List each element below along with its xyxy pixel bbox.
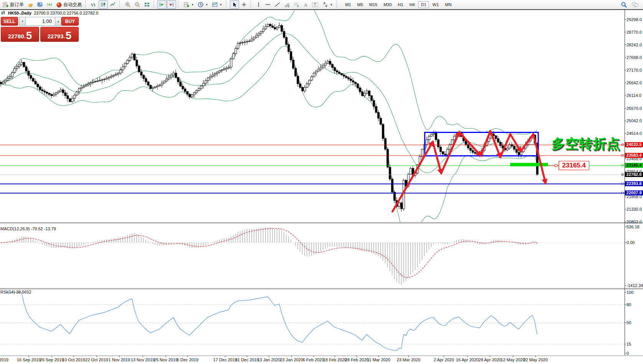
buy-price-pip: 5: [66, 30, 72, 41]
tile-windows-icon: [144, 2, 150, 8]
profile-button[interactable]: [35, 0, 45, 9]
crosshair-icon: [241, 2, 247, 8]
gold-button[interactable]: [26, 0, 35, 9]
zoom-out-button[interactable]: [133, 0, 142, 9]
auto-scroll-icon: [159, 2, 165, 8]
candlestick-chart-icon: [100, 2, 106, 8]
zoom-in-button[interactable]: [123, 0, 132, 9]
volume-input[interactable]: [26, 17, 55, 26]
svg-text:F: F: [297, 5, 299, 8]
chevron-down-icon: ▼: [191, 3, 194, 7]
text-button[interactable]: A: [302, 0, 310, 9]
turning-point-annotation: 多空转折点: [551, 135, 620, 153]
buy-button[interactable]: BUY: [61, 17, 79, 26]
gold-icon: [27, 2, 33, 8]
templates-button[interactable]: ▼: [210, 0, 224, 9]
timeframe-m5[interactable]: M5: [354, 1, 366, 8]
timeframe-mn[interactable]: MN: [442, 1, 454, 8]
periods-icon: [198, 2, 204, 8]
text-icon: A: [303, 2, 308, 8]
chat-icon[interactable]: [631, 2, 639, 8]
search-icon[interactable]: [621, 2, 627, 8]
periods-button[interactable]: ▼: [196, 0, 210, 9]
sell-price-box[interactable]: 22780. 5: [1, 27, 39, 42]
alerts-button[interactable]: [45, 0, 54, 9]
trading-terminal-window: 新订单 自动交易: [0, 0, 643, 364]
symbol-chart-icon: [1, 11, 6, 15]
buy-price-box[interactable]: 22793. 5: [40, 27, 79, 42]
toolbar-separator: [336, 1, 338, 8]
sell-price: 22780.: [8, 32, 26, 41]
autotrading-label: 自动交易: [63, 2, 82, 8]
one-click-trading-panel: SELL ▼ ▲ BUY 22780. 5 22793. 5: [1, 17, 79, 42]
tile-windows-button[interactable]: [142, 0, 152, 9]
chevron-down-icon: ▼: [219, 3, 223, 7]
macd-indicator-label: MACD(12,26,9) -79.52 -13.79: [0, 226, 56, 231]
indicators-icon: [183, 2, 190, 8]
vertical-line-icon: [256, 2, 261, 8]
zoom-in-icon: [125, 2, 131, 8]
fibonacci-button[interactable]: F: [292, 0, 301, 9]
indicators-button[interactable]: ▼: [182, 0, 196, 9]
timeframe-w1[interactable]: W1: [430, 1, 442, 8]
autotrading-icon: [56, 2, 62, 8]
symbol-period-label: HK50-,Daily: [8, 11, 31, 15]
toolbar-separator: [251, 1, 252, 8]
chart-title-bar: HK50-,Daily 23700.0 23700.0 22756.0 2278…: [1, 11, 98, 15]
signal-icon: [46, 2, 53, 8]
text-label-icon: T: [312, 2, 319, 8]
chevron-down-icon: ▼: [330, 3, 333, 7]
auto-scroll-button[interactable]: [157, 0, 167, 9]
trendline-button[interactable]: [273, 0, 282, 9]
toolbar-separator: [119, 1, 121, 8]
profile-icon: [37, 2, 43, 8]
channel-button[interactable]: E: [282, 0, 292, 9]
text-label-button[interactable]: T: [310, 0, 320, 9]
svg-text:E: E: [288, 5, 290, 8]
svg-text:A: A: [304, 2, 308, 8]
timeframe-h1[interactable]: H1: [395, 1, 406, 8]
new-order-label: 新订单: [10, 2, 24, 8]
timeframe-d1[interactable]: D1: [418, 1, 429, 8]
toolbar-separator: [226, 1, 228, 8]
toolbar-separator: [153, 1, 155, 8]
horizontal-line-button[interactable]: [263, 0, 272, 9]
horizontal-line-icon: [265, 2, 271, 8]
chart-shift-icon: [168, 2, 175, 8]
ohlc-values: 23700.0 23700.0 22756.0 22782.0: [34, 11, 98, 15]
templates-icon: [212, 2, 218, 8]
support-level-label[interactable]: 23165.4: [559, 161, 589, 170]
buy-price: 22793.: [48, 32, 65, 41]
vertical-line-button[interactable]: [254, 0, 263, 9]
line-chart-button[interactable]: [108, 0, 117, 9]
candlestick-chart-button[interactable]: [99, 0, 108, 9]
main-toolbar: 新订单 自动交易: [0, 0, 643, 10]
volume-increase-button[interactable]: ▲: [55, 17, 61, 26]
timeframe-m30[interactable]: M30: [381, 1, 394, 8]
chart-canvas[interactable]: [0, 0, 643, 364]
rsi-indicator-label: RSI(14) 38.5652: [0, 290, 31, 294]
timeframe-m1[interactable]: M1: [343, 1, 354, 8]
arrows-button[interactable]: ▼: [321, 0, 335, 9]
bar-chart-icon: [91, 2, 97, 8]
toolbar-separator: [178, 1, 180, 8]
bar-chart-button[interactable]: [89, 0, 98, 9]
volume-decrease-button[interactable]: ▼: [19, 17, 26, 26]
timeframe-m15[interactable]: M15: [366, 1, 380, 8]
volume-stepper: ▼ ▲: [19, 17, 61, 26]
channel-icon: E: [284, 2, 290, 8]
trendline-icon: [274, 2, 280, 8]
new-order-icon: [3, 2, 9, 8]
chevron-down-icon: ▼: [205, 3, 208, 7]
sell-price-pip: 5: [26, 30, 32, 41]
crosshair-button[interactable]: [239, 0, 249, 9]
toolbar-separator: [85, 1, 87, 8]
chart-shift-button[interactable]: [167, 0, 176, 9]
svg-text:T: T: [314, 3, 316, 7]
sell-button[interactable]: SELL: [1, 17, 18, 26]
cursor-button[interactable]: [230, 0, 239, 9]
zoom-out-icon: [134, 2, 140, 8]
autotrading-button[interactable]: 自动交易: [54, 0, 83, 9]
new-order-button[interactable]: 新订单: [1, 0, 25, 9]
timeframe-h4[interactable]: H4: [407, 1, 417, 8]
